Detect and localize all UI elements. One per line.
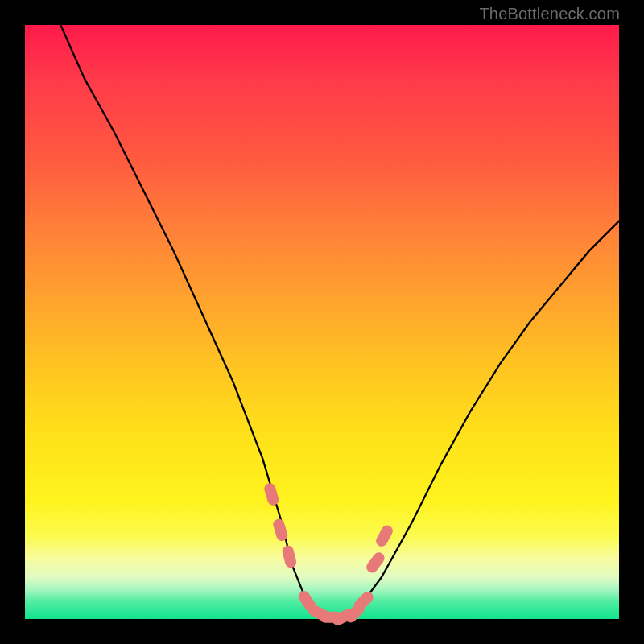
marker-lobe [364, 551, 386, 576]
marker-lobe [281, 544, 297, 569]
marker-lobe [263, 482, 280, 507]
plot-area [25, 25, 619, 619]
curve-layer [25, 25, 619, 619]
chart-frame: TheBottleneck.com [0, 0, 644, 644]
bottleneck-curve [60, 25, 619, 619]
marker-lobe [374, 523, 395, 548]
marker-lobe [272, 518, 289, 543]
attribution-text: TheBottleneck.com [479, 5, 620, 23]
marker-group [263, 482, 395, 628]
